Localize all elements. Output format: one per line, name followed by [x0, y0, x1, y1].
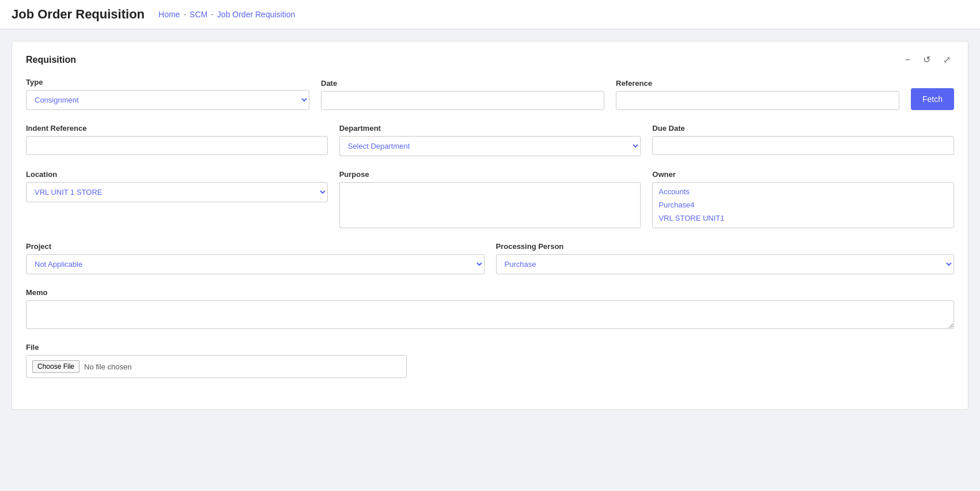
processing-person-select[interactable]: Purchase Accounts Stores [496, 254, 955, 274]
memo-group: Memo [26, 288, 954, 329]
indent-reference-group: Indent Reference [26, 124, 328, 155]
form-row-2: Indent Reference Department Select Depar… [26, 124, 954, 156]
file-label: File [26, 343, 954, 352]
breadcrumb: Home - SCM - Job Order Requisition [158, 10, 295, 19]
type-label: Type [26, 78, 309, 86]
date-label: Date [321, 79, 604, 88]
memo-textarea[interactable] [26, 300, 954, 329]
header-bar: Job Order Requisition Home - SCM - Job O… [0, 0, 980, 29]
file-no-chosen-text: No file chosen [84, 362, 131, 371]
purpose-label: Purpose [339, 170, 641, 179]
due-date-input[interactable] [652, 136, 954, 155]
owner-listbox-inner: Accounts Purchase4 VRL STORE UNIT1 Unit2… [653, 183, 953, 228]
memo-label: Memo [26, 288, 954, 297]
date-input[interactable] [321, 91, 604, 110]
owner-label: Owner [652, 170, 954, 179]
department-select[interactable]: Select Department Accounts Purchase Stor… [339, 136, 641, 156]
breadcrumb-scm[interactable]: SCM [190, 10, 207, 19]
owner-item-unit2qc[interactable]: Unit2 QC [653, 225, 953, 228]
owner-item-accounts[interactable]: Accounts [653, 185, 953, 198]
card-header: Requisition − ↺ ⤢ [26, 53, 954, 66]
indent-reference-label: Indent Reference [26, 124, 328, 133]
location-select[interactable]: VRL UNIT 1 STORE VRL UNIT 2 STORE [26, 182, 328, 202]
form-row-4: Project Not Applicable Project A Project… [26, 242, 954, 274]
purpose-input[interactable] [339, 182, 641, 228]
form-row-1: Type Consignment Standard Emergency Date… [26, 78, 954, 110]
fetch-button[interactable]: Fetch [911, 88, 954, 110]
form-row-memo: Memo [26, 288, 954, 329]
department-group: Department Select Department Accounts Pu… [339, 124, 641, 156]
form-row-3: Location VRL UNIT 1 STORE VRL UNIT 2 STO… [26, 170, 954, 228]
breadcrumb-home[interactable]: Home [158, 10, 180, 19]
indent-reference-input[interactable] [26, 136, 328, 155]
page-title: Job Order Requisition [12, 7, 145, 22]
purpose-group: Purpose [339, 170, 641, 228]
processing-person-label: Processing Person [496, 242, 955, 251]
file-input-wrapper: Choose File No file chosen [26, 355, 407, 378]
reference-input[interactable] [616, 91, 899, 110]
due-date-group: Due Date [652, 124, 954, 155]
type-select[interactable]: Consignment Standard Emergency [26, 90, 309, 110]
reference-label: Reference [616, 79, 899, 88]
owner-item-vrl-store[interactable]: VRL STORE UNIT1 [653, 211, 953, 225]
refresh-button[interactable]: ↺ [920, 53, 934, 66]
file-group: File Choose File No file chosen [26, 343, 954, 378]
owner-item-purchase4[interactable]: Purchase4 [653, 198, 953, 211]
project-label: Project [26, 242, 485, 251]
breadcrumb-job-order[interactable]: Job Order Requisition [217, 10, 295, 19]
department-label: Department [339, 124, 641, 133]
location-group: Location VRL UNIT 1 STORE VRL UNIT 2 STO… [26, 170, 328, 202]
breadcrumb-sep-2: - [211, 10, 214, 19]
location-label: Location [26, 170, 328, 179]
project-group: Project Not Applicable Project A Project… [26, 242, 485, 274]
form-row-file: File Choose File No file chosen [26, 343, 954, 378]
date-group: Date [321, 79, 604, 110]
requisition-card: Requisition − ↺ ⤢ Type Consignment Stand… [12, 41, 968, 410]
breadcrumb-sep-1: - [183, 10, 186, 19]
card-title: Requisition [26, 55, 76, 65]
processing-person-group: Processing Person Purchase Accounts Stor… [496, 242, 955, 274]
type-group: Type Consignment Standard Emergency [26, 78, 309, 110]
owner-group: Owner Accounts Purchase4 VRL STORE UNIT1… [652, 170, 954, 228]
expand-button[interactable]: ⤢ [940, 53, 954, 66]
reference-group: Reference [616, 79, 899, 110]
main-content: Requisition − ↺ ⤢ Type Consignment Stand… [0, 29, 980, 421]
file-choose-button[interactable]: Choose File [32, 360, 80, 373]
owner-listbox[interactable]: Accounts Purchase4 VRL STORE UNIT1 Unit2… [652, 182, 954, 228]
minimize-button[interactable]: − [902, 54, 914, 66]
due-date-label: Due Date [652, 124, 954, 133]
card-controls: − ↺ ⤢ [902, 53, 954, 66]
project-select[interactable]: Not Applicable Project A Project B [26, 254, 485, 274]
